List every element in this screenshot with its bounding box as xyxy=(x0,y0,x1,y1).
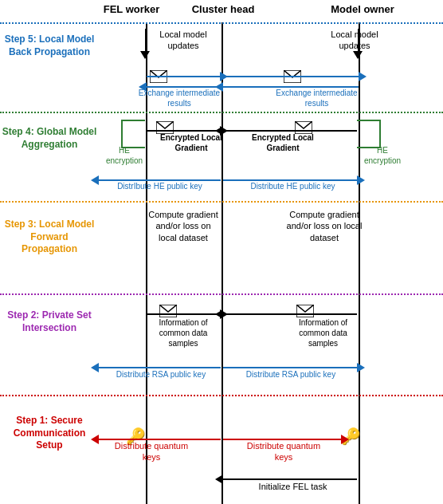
step2-label: Step 2: Private Set Intersection xyxy=(2,309,97,334)
distribute-he-1: DistrIbute HE public key xyxy=(102,181,218,191)
down-arrow-3 xyxy=(358,29,359,53)
compute-grad-3: Compute gradient and/or loss on local da… xyxy=(284,209,364,243)
envelope-info-1 xyxy=(159,305,177,317)
local-model-updates-1: Local model updates xyxy=(147,29,219,52)
step4-label: Step 4: Global Model Aggregation xyxy=(2,126,97,151)
col3-header: Model owner xyxy=(311,3,414,15)
down-arrowhead-3 xyxy=(353,51,363,59)
encrypted-grad-label-2: Encrypted Local Gradient xyxy=(247,132,319,153)
col1-header: FEL worker xyxy=(80,3,183,15)
step1-label: Step 1: Secure Communication Setup xyxy=(2,415,97,452)
arr-exchange-1 xyxy=(147,76,220,77)
initialize-fel-label: Initialize FEL task xyxy=(231,481,355,492)
he-enc-left: HE encryption xyxy=(102,145,147,166)
arr-info-3 xyxy=(223,313,357,315)
sep-32 xyxy=(0,293,443,295)
local-model-updates-3: Local model updates xyxy=(315,29,394,52)
step3-label: Step 3: Local Model Forward Propagation xyxy=(2,219,97,256)
sep-54 xyxy=(0,112,443,113)
sep-43 xyxy=(0,201,443,203)
arr-init-fel xyxy=(223,478,357,480)
info-common-1: Information of common data samples xyxy=(148,317,218,348)
arr-info-1 xyxy=(147,313,220,315)
distribute-rsa-2: Distribute RSA public key xyxy=(227,369,355,380)
distribute-quantum-2: Distribute quantum keys xyxy=(244,440,323,463)
he-bracket-right xyxy=(357,120,381,148)
step5-label: Step 5: Local Model Back Propagation xyxy=(2,33,97,58)
distribute-he-2: Distribute HE public key xyxy=(231,181,355,191)
info-common-3: Information of common data samples xyxy=(285,317,361,348)
he-enc-right: HE encryption xyxy=(360,145,405,166)
diagram: FEL worker Cluster head Model owner Step… xyxy=(0,0,443,504)
arr-rsa-1 xyxy=(99,367,221,368)
sep-21 xyxy=(0,395,443,396)
arr-grad-3 xyxy=(223,130,357,132)
envelope-info-3 xyxy=(296,305,314,317)
exchange-label-1: Exchange intermediate results xyxy=(135,88,223,108)
distribute-rsa-1: Distribute RSA public key xyxy=(102,369,220,380)
he-bracket-left xyxy=(121,120,145,148)
arr-rsa-2 xyxy=(223,367,357,368)
down-arrowhead-1 xyxy=(140,51,150,59)
compute-grad-1: Compute gradient and/or loss on local da… xyxy=(147,209,219,243)
col2-header: Cluster head xyxy=(175,3,271,15)
exchange-label-2: Exchange intermediate results xyxy=(271,88,363,108)
sep-top xyxy=(0,22,443,24)
distribute-quantum-1: Distribute quantum keys xyxy=(112,440,191,463)
down-arrow-1 xyxy=(145,29,147,53)
arr-exchange-2 xyxy=(223,76,359,77)
arr-grad-1 xyxy=(147,130,220,132)
